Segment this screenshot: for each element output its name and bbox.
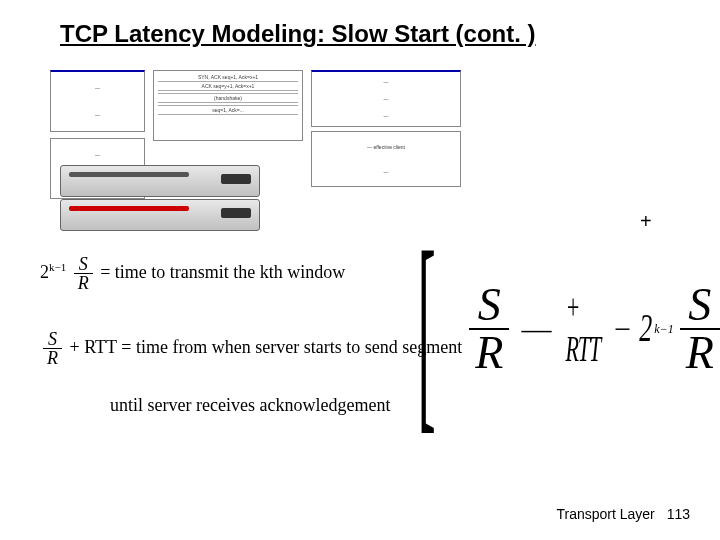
formula-stall-time: [ SR — + RTT − 2k−1 SR ] = stall time af…	[390, 230, 720, 428]
formula-ack: until server receives acknowledgement	[110, 395, 390, 416]
diagram-mid: SYN, ACK seq+1, Ack=x+1 ACK seq=y+1, Ack…	[153, 70, 303, 141]
device-illustration	[60, 165, 260, 233]
formula-transmit-time: 2k−1 SR = time to transmit the kth windo…	[40, 255, 345, 292]
page-title: TCP Latency Modeling: Slow Start (cont. …	[0, 0, 720, 48]
page-number: 113	[667, 506, 690, 522]
rack-device-bottom	[60, 199, 260, 231]
rack-device-top	[60, 165, 260, 197]
diagram-right-bot: — effective client—	[311, 131, 461, 187]
diagram-right-top: ———	[311, 70, 461, 127]
diagram-left-top: ——	[50, 70, 145, 132]
footer-label: Transport Layer	[556, 506, 654, 522]
footer: Transport Layer 113	[556, 506, 690, 522]
